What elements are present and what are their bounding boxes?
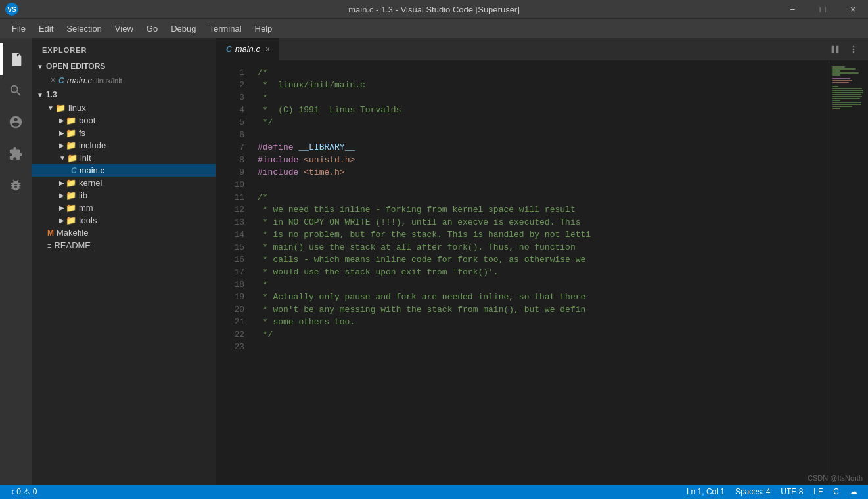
code-line-21: * some others too. [258,316,829,328]
menu-view[interactable]: View [108,21,140,36]
c-file-icon: C [58,76,64,85]
status-encoding[interactable]: UTF-8 [775,487,808,496]
include-label: include [79,141,106,150]
linux-folder-icon: 📁 [55,103,66,113]
editor-area: C main.c × 12345 678910 1112131415 16171… [218,38,868,485]
kernel-chevron: ▶ [59,179,64,186]
makefile-label: Makefile [57,228,88,238]
menu-debug[interactable]: Debug [164,21,202,36]
status-cloud[interactable]: ☁ [844,487,863,496]
tab-c-icon: C [226,45,232,54]
kernel-folder-icon: 📁 [66,178,76,188]
tree-item-fs[interactable]: ▶ 📁 fs [32,127,216,139]
init-label: init [80,153,91,163]
code-line-22: */ [258,328,829,341]
code-line-15: * main() use the stack at all after fork… [258,241,829,253]
fs-chevron: ▶ [59,129,64,137]
status-cursor[interactable]: Ln 1, Col 1 [681,487,730,496]
tree-item-include[interactable]: ▶ 📁 include [32,139,216,152]
menu-terminal[interactable]: Terminal [202,21,248,36]
lib-chevron: ▶ [59,192,64,199]
activity-git[interactable] [0,106,32,138]
code-line-12: * we need this inline - forking from ker… [258,204,829,216]
window-controls: − □ × [777,0,868,18]
code-line-14: * is no problem, but for the stack. This… [258,228,829,241]
split-editor-button[interactable] [826,40,844,58]
open-editor-path: linux/init [96,77,122,85]
tab-close-button[interactable]: × [265,45,270,54]
fs-folder-icon: 📁 [66,128,76,138]
mm-folder-icon: 📁 [66,203,76,213]
menu-edit[interactable]: Edit [32,21,60,36]
lib-label: lib [79,190,87,200]
tree-root-header[interactable]: ▼ 1.3 [32,87,216,102]
activity-extensions[interactable] [0,138,32,169]
tree-item-main-c[interactable]: C main.c [32,164,216,177]
status-eol[interactable]: LF [808,487,828,496]
tab-main-c[interactable]: C main.c × [218,38,279,61]
activity-search[interactable] [0,75,32,106]
menu-file[interactable]: File [5,21,32,36]
menu-selection[interactable]: Selection [60,21,108,36]
readme-icon: ≡ [47,242,51,250]
include-chevron: ▶ [59,142,64,149]
close-button[interactable]: × [838,0,868,18]
activity-bar [0,38,32,485]
makefile-icon: M [47,228,54,238]
boot-label: boot [79,116,95,125]
open-editor-main-c[interactable]: ✕ C main.c linux/init [32,74,216,87]
main-container: EXPLORER ▼ OPEN EDITORS ✕ C main.c linux… [0,38,868,485]
tools-label: tools [79,215,97,225]
kernel-label: kernel [79,178,102,188]
code-content[interactable]: /* * linux/init/main.c * * (C) 1991 Linu… [251,61,829,485]
statusbar: ↕ 0 ⚠ 0 Ln 1, Col 1 Spaces: 4 UTF-8 LF C… [0,485,868,499]
tree-item-tools[interactable]: ▶ 📁 tools [32,214,216,227]
tab-actions [826,40,863,58]
code-line-4: * (C) 1991 Linus Torvalds [258,104,829,116]
minimize-button[interactable]: − [777,0,808,18]
activity-explorer[interactable] [0,43,32,75]
tab-filename: main.c [235,44,260,54]
sidebar-header: EXPLORER [32,38,216,59]
status-spaces[interactable]: Spaces: 4 [730,487,775,496]
root-chevron: ▼ [37,91,43,98]
tree-item-kernel[interactable]: ▶ 📁 kernel [32,177,216,189]
code-line-2: * linux/init/main.c [258,79,829,91]
boot-folder-icon: 📁 [66,116,76,125]
menu-go[interactable]: Go [140,21,164,36]
code-line-8: #include <unistd.h> [258,154,829,166]
status-errors[interactable]: ↕ 0 ⚠ 0 [5,487,42,496]
tree-root-label: 1.3 [46,90,57,99]
code-editor: 12345 678910 1112131415 1617181920 21222… [218,61,868,485]
activity-debug[interactable] [0,169,32,201]
tree-item-linux[interactable]: ▼ 📁 linux [32,102,216,114]
tree-item-makefile[interactable]: M Makefile [32,227,216,239]
code-line-6 [258,129,829,141]
linux-label: linux [68,103,86,113]
tree-item-init[interactable]: ▼ 📁 init [32,152,216,164]
watermark: CSDN @ItsNorth [808,474,863,482]
tree-item-lib[interactable]: ▶ 📁 lib [32,189,216,202]
code-line-19: * Actually only pause and fork are neede… [258,291,829,303]
menu-help[interactable]: Help [248,21,279,36]
code-line-13: * in NO COPY ON WRITE (!!!), until an ex… [258,216,829,228]
code-line-10 [258,179,829,191]
sidebar: EXPLORER ▼ OPEN EDITORS ✕ C main.c linux… [32,38,216,485]
more-tabs-button[interactable] [844,40,863,58]
tree-item-boot[interactable]: ▶ 📁 boot [32,114,216,127]
status-language[interactable]: C [828,487,844,496]
menubar: File Edit Selection View Go Debug Termin… [0,18,868,38]
minimap-content [829,61,868,115]
open-editors-header[interactable]: ▼ OPEN EDITORS [32,59,216,74]
app-logo: VS [5,3,18,16]
code-line-18: * [258,278,829,291]
tree-item-mm[interactable]: ▶ 📁 mm [32,202,216,214]
tree-item-readme[interactable]: ≡ README [32,239,216,251]
code-line-1: /* [258,66,829,79]
line-numbers: 12345 678910 1112131415 1617181920 21222… [218,61,251,485]
close-editor-icon[interactable]: ✕ [50,76,56,85]
maximize-button[interactable]: □ [808,0,838,18]
code-line-7: #define __LIBRARY__ [258,141,829,154]
file-tree: ▼ 1.3 ▼ 📁 linux ▶ 📁 boot ▶ 📁 fs [32,87,216,485]
mm-label: mm [79,203,93,213]
